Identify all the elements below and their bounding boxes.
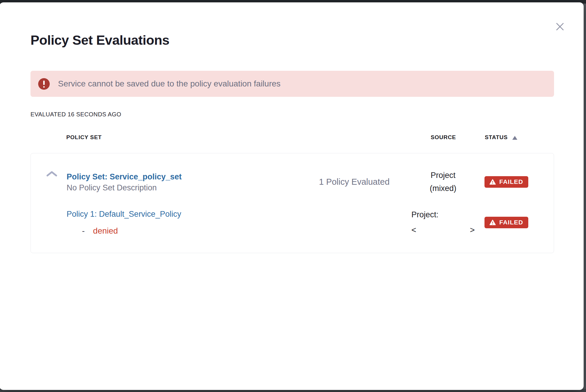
policy-detail-row: - denied (67, 226, 307, 236)
angle-open: < (411, 225, 416, 235)
status-header-label: STATUS (485, 134, 508, 141)
policy-set-description: No Policy Set Description (67, 183, 307, 193)
expander-column-header (30, 137, 66, 138)
policy-set-evaluation-card: Policy Set: Service_policy_set No Policy… (30, 153, 554, 253)
source-cell: Project (mixed) (402, 169, 484, 195)
status-cell: FAILED (484, 176, 554, 188)
column-header-policy-set: POLICY SET (66, 134, 307, 141)
status-cell: FAILED (484, 217, 554, 228)
error-banner: Service cannot be saved due to the polic… (30, 71, 554, 97)
sort-ascending-icon (512, 136, 517, 140)
column-header-source: SOURCE (402, 134, 485, 141)
table-row: Policy 1: Default_Service_Policy - denie… (31, 209, 554, 236)
close-button[interactable] (553, 20, 566, 33)
chevron-up-icon (46, 171, 58, 178)
column-header-status[interactable]: STATUS (485, 134, 554, 141)
error-banner-message: Service cannot be saved due to the polic… (58, 79, 281, 89)
detail-dash: - (82, 226, 85, 236)
evaluated-column-header (307, 137, 402, 138)
evaluated-cell-empty (307, 222, 402, 223)
status-badge: FAILED (484, 176, 528, 188)
collapse-row-button[interactable] (46, 171, 58, 178)
source-line1: Project: (411, 210, 475, 219)
source-line2: (mixed) (402, 182, 484, 195)
policies-evaluated-count: 1 Policy Evaluated (307, 177, 402, 187)
page-title: Policy Set Evaluations (30, 2, 554, 48)
policy-set-evaluations-modal: Policy Set Evaluations Service cannot be… (0, 2, 584, 390)
warning-triangle-icon (490, 220, 496, 225)
status-badge-label: FAILED (499, 178, 523, 185)
close-icon (554, 21, 566, 32)
source-line1: Project (402, 169, 484, 182)
evaluated-timestamp: EVALUATED 16 SECONDS AGO (30, 111, 554, 118)
policy-cell: Policy 1: Default_Service_Policy - denie… (67, 209, 307, 236)
policy-set-cell: Policy Set: Service_policy_set No Policy… (67, 171, 307, 193)
table-header-row: POLICY SET SOURCE STATUS (30, 134, 554, 141)
source-truncated-value: < > (411, 225, 475, 235)
policy-set-link[interactable]: Policy Set: Service_policy_set (67, 171, 182, 183)
exclamation-circle-icon (38, 78, 50, 90)
source-cell: Project: < > (411, 210, 475, 235)
expander-cell-empty (31, 222, 67, 223)
policy-link[interactable]: Policy 1: Default_Service_Policy (67, 209, 181, 219)
denied-label: denied (93, 226, 118, 236)
status-badge-label: FAILED (499, 219, 523, 226)
table-row: Policy Set: Service_policy_set No Policy… (31, 169, 554, 195)
status-badge: FAILED (484, 217, 528, 228)
angle-close: > (470, 225, 475, 235)
warning-triangle-icon (490, 179, 496, 185)
